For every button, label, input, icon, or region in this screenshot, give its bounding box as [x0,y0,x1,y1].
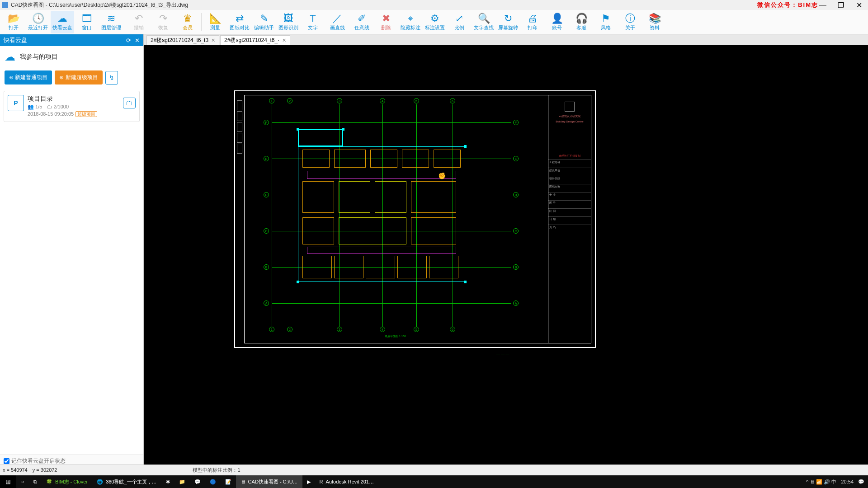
remember-checkbox-input[interactable] [4,458,9,464]
project-title: 项目目录 [28,95,97,103]
tool-最近打开[interactable]: 🕓最近打开 [26,11,50,33]
grid-bubble: F [264,120,269,125]
tray-icons[interactable]: ^ 🖥 📶 🔊 中 [806,479,836,485]
tab-close-icon[interactable]: ✕ [211,38,215,43]
room [339,181,370,213]
system-tray[interactable]: ^ 🖥 📶 🔊 中 20:54 💬 [806,479,868,485]
tool-测量[interactable]: 📐测量 [203,11,227,33]
tool-icon: ⇄ [236,13,244,24]
taskbar-item[interactable]: ⊞ [0,475,16,488]
minimize-button[interactable]: — [814,0,832,10]
room [434,150,461,168]
tool-关于[interactable]: ⓘ关于 [618,11,642,33]
tool-文字[interactable]: T文字 [301,11,325,33]
taskbar-item[interactable]: 🔵 [205,475,221,488]
handle-icon[interactable] [342,128,344,131]
tool-打开[interactable]: 📂打开 [2,11,25,33]
tool-恢复[interactable]: ↷恢复 [151,11,175,33]
tool-编辑助手[interactable]: ✎编辑助手 [252,11,276,33]
taskbar-item[interactable]: 📝 [221,475,236,488]
tool-窗口[interactable]: 🗔窗口 [75,11,99,33]
panel-close-icon[interactable]: ✕ [135,37,140,44]
taskbar-item[interactable]: ▶ [302,475,315,488]
tool-比例[interactable]: ⤢比例 [448,11,471,33]
taskbar-item[interactable]: ○ [16,475,29,488]
tool-撤销[interactable]: ↶撤销 [127,11,151,33]
selection-box[interactable] [298,129,343,146]
taskbar-item[interactable]: 🍀BIM志 - Clover [42,475,92,488]
tool-打印[interactable]: 🖨打印 [521,11,544,33]
project-card[interactable]: P 项目目录 👥 1/5 🗀 2/1000 2018-08-15 09:20:0… [4,91,140,122]
taskbar-item[interactable]: 🖥CAD快速看图 - C:\U… [236,475,302,488]
doc-tab[interactable]: 2#楼sgt20171024_t6_·✕ [220,35,290,45]
taskbar-item[interactable]: 💬 [190,475,205,488]
tool-icon: 📚 [649,13,661,24]
tool-快看云盘[interactable]: ☁快看云盘 [51,11,74,33]
grid-bubble: 6 [450,327,455,332]
grid-bubble: D [513,192,519,197]
tray-clock[interactable]: 20:54 [841,479,854,484]
project-open-icon[interactable]: 🗀 [123,98,136,108]
grid-bubble: A [513,300,519,306]
tool-屏幕旋转[interactable]: ↻屏幕旋转 [496,11,520,33]
tool-隐藏标注[interactable]: ⌖隐藏标注 [399,11,422,33]
taskbar-item[interactable]: ✱ [161,475,175,488]
handle-icon[interactable] [464,281,467,283]
tb-logo [565,102,575,112]
tool-label: 隐藏标注 [401,24,420,31]
tool-会员[interactable]: ♛会员 [176,11,199,33]
tool-icon: 🖨 [528,13,538,24]
remember-checkbox[interactable]: 记住快看云盘开启状态 [4,457,140,465]
room [375,181,406,213]
tool-资料[interactable]: 📚资料 [643,11,666,33]
panel-refresh-icon[interactable]: ⟳ [126,37,131,44]
doc-tab[interactable]: 2#楼sgt20171024_t6_t3✕ [146,35,219,45]
tool-文字查找[interactable]: 🔍文字查找 [472,11,495,33]
taskbar-item[interactable]: 📁 [175,475,190,488]
tool-画直线[interactable]: ／画直线 [326,11,349,33]
tool-任意线[interactable]: ✐任意线 [350,11,373,33]
taskbar-item[interactable]: ⧉ [29,475,42,488]
tool-风格[interactable]: ⚑风格 [594,11,618,33]
drawing-inner: xx建筑设计研究院 Building Design Centre 未经许可不得复… [244,95,591,343]
cloud-icon: ☁ [5,51,15,63]
handle-icon[interactable] [464,145,467,148]
new-project-button[interactable]: ⊕ 新建普通项目 [5,70,52,84]
tool-图纸对比[interactable]: ⇄图纸对比 [228,11,251,33]
task-icon: 🍀 [46,479,52,485]
tool-icon: ⚙ [430,13,439,24]
tool-icon: ✐ [358,13,366,24]
tool-图层管理[interactable]: ≋图层管理 [99,11,123,33]
titleblock-row: 专 业 [548,192,591,200]
grid-bubble: 6 [450,98,455,103]
tool-icon: 🗔 [82,13,92,24]
taskbar-item[interactable]: RAutodesk Revit 201… [315,475,378,488]
tray-notif-icon[interactable]: 💬 [858,479,864,485]
tool-label: 图层管理 [101,24,121,31]
handle-icon[interactable] [297,128,299,131]
maximize-button[interactable]: ❐ [832,0,850,10]
room [302,181,334,213]
watermark: 微信公众号：BIM志 [757,1,818,9]
close-button[interactable]: ✕ [850,0,868,10]
tool-icon: 🎧 [576,13,588,24]
panel-sync-button[interactable]: ↯ [105,71,118,84]
task-label: CAD快速看图 - C:\U… [248,479,298,485]
titleblock-row: 工程名称 [548,160,591,168]
tool-账号[interactable]: 👤账号 [545,11,569,33]
tool-标注设置[interactable]: ⚙标注设置 [423,11,447,33]
tool-label: 打印 [528,24,538,31]
handle-icon[interactable] [297,281,299,283]
new-super-project-button[interactable]: ⊕ 新建超级项目 [55,70,102,84]
tool-label: 比例 [454,24,464,31]
tb-company: xx建筑设计研究院 [549,114,590,118]
tab-close-icon[interactable]: ✕ [282,38,286,43]
drawing-canvas[interactable]: xx建筑设计研究院 Building Design Centre 未经许可不得复… [144,45,868,465]
tool-图形识别[interactable]: 🖼图形识别 [277,11,300,33]
tool-icon: T [310,13,316,24]
tool-icon: ☁ [57,13,67,24]
task-label: BIM志 - Clover [55,479,88,485]
tool-客服[interactable]: 🎧客服 [570,11,593,33]
tool-删除[interactable]: ✖删除 [374,11,398,33]
taskbar-item[interactable]: 🌐360导航_一个主页，… [92,475,161,488]
